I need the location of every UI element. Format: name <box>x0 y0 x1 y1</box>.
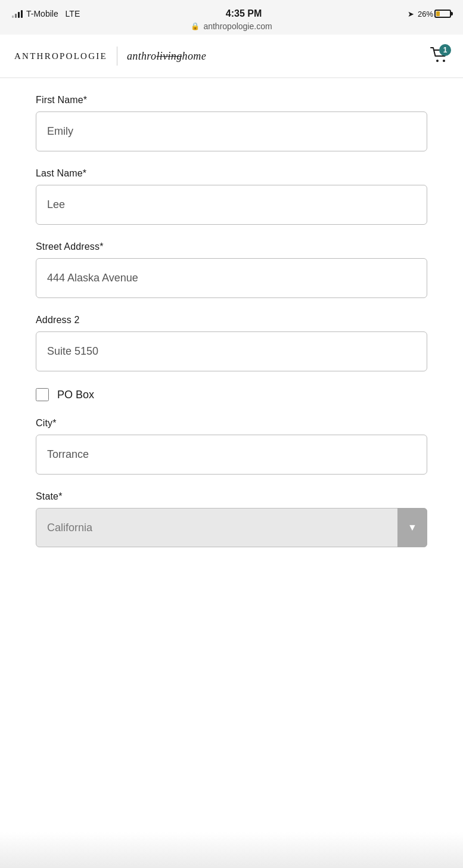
svg-point-1 <box>443 60 445 62</box>
cart-badge: 1 <box>439 44 451 56</box>
form-area: First Name* Last Name* Street Address* A… <box>0 78 463 581</box>
city-group: City* <box>36 418 427 475</box>
app-header: ANTHROPOLOGIE anthrolivinghome 1 <box>0 35 463 78</box>
address2-label: Address 2 <box>36 315 427 326</box>
street-address-group: Street Address* <box>36 241 427 298</box>
app-content: ANTHROPOLOGIE anthrolivinghome 1 First N… <box>0 35 463 868</box>
url-text: anthropologie.com <box>203 21 272 31</box>
first-name-label: First Name* <box>36 95 427 106</box>
battery-container: 26% <box>418 10 451 18</box>
po-box-label: PO Box <box>57 389 94 401</box>
last-name-group: Last Name* <box>36 168 427 225</box>
state-label: State* <box>36 491 427 502</box>
bottom-fade <box>0 832 463 868</box>
address2-group: Address 2 <box>36 315 427 371</box>
svg-point-0 <box>436 60 439 62</box>
url-bar: 🔒 anthropologie.com <box>191 21 272 31</box>
state-select-wrapper: California Alabama Alaska Arizona Arkans… <box>36 508 427 547</box>
brand-section: ANTHROPOLOGIE anthrolivinghome <box>14 46 206 66</box>
carrier-name: T-Mobile <box>26 9 58 18</box>
battery-icon <box>434 10 451 18</box>
po-box-checkbox[interactable] <box>36 388 49 401</box>
battery-info: ➤ 26% <box>408 10 451 18</box>
address2-input[interactable] <box>36 331 427 371</box>
city-label: City* <box>36 418 427 429</box>
last-name-label: Last Name* <box>36 168 427 179</box>
last-name-input[interactable] <box>36 185 427 225</box>
location-icon: ➤ <box>408 10 414 18</box>
battery-fill <box>436 11 440 16</box>
network-type: LTE <box>66 9 80 18</box>
anthro-living-logo: anthrolivinghome <box>127 50 206 63</box>
anthro-text: anthro <box>127 50 157 62</box>
state-select[interactable]: California Alabama Alaska Arizona Arkans… <box>36 508 427 547</box>
cart-button[interactable]: 1 <box>430 46 449 66</box>
first-name-group: First Name* <box>36 95 427 151</box>
first-name-input[interactable] <box>36 111 427 151</box>
anthropologie-logo: ANTHROPOLOGIE <box>14 51 107 61</box>
lock-icon: 🔒 <box>191 22 200 30</box>
carrier-info: T-Mobile LTE <box>12 9 80 18</box>
signal-icon <box>12 10 23 18</box>
logo-divider <box>117 46 117 66</box>
street-address-label: Street Address* <box>36 241 427 252</box>
status-time: 4:35 PM <box>226 8 262 19</box>
po-box-group: PO Box <box>36 388 427 401</box>
status-bar: T-Mobile LTE 4:35 PM ➤ 26% 🔒 anthropolog… <box>0 0 463 35</box>
state-group: State* California Alabama Alaska Arizona… <box>36 491 427 547</box>
street-address-input[interactable] <box>36 258 427 298</box>
battery-percent: 26% <box>418 10 433 18</box>
city-input[interactable] <box>36 435 427 475</box>
home-text: home <box>182 50 206 62</box>
phone-frame: T-Mobile LTE 4:35 PM ➤ 26% 🔒 anthropolog… <box>0 0 463 868</box>
living-text: living <box>156 50 182 62</box>
